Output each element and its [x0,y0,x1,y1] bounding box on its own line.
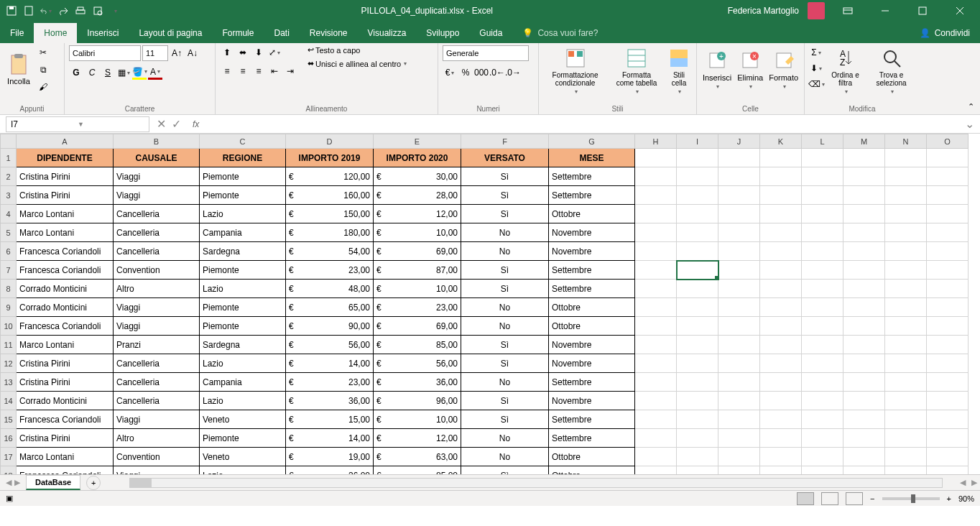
empty-cell[interactable] [885,373,927,392]
data-cell[interactable]: €160,00 [286,186,374,205]
empty-cell[interactable] [718,392,760,410]
data-cell[interactable]: €36,00 [286,466,374,475]
cut-icon[interactable]: ✂ [36,45,50,60]
data-cell[interactable]: Sì [461,205,549,223]
tab-formule[interactable]: Formule [212,23,264,43]
row-header-5[interactable]: 5 [1,223,17,242]
empty-cell[interactable] [760,336,802,354]
decrease-decimal-icon[interactable]: .0→ [506,65,520,80]
data-cell[interactable]: Lazio [200,205,286,223]
data-cell[interactable]: Corrado Monticini [17,392,114,410]
data-cell[interactable]: Piemonte [200,261,286,280]
empty-cell[interactable] [927,298,969,317]
empty-cell[interactable] [927,186,969,205]
copy-icon[interactable]: ⧉ [36,63,50,77]
col-header-D[interactable]: D [286,134,374,149]
empty-cell[interactable] [802,205,843,223]
data-cell[interactable]: Cristina Pirini [17,354,114,373]
data-cell[interactable]: Novembre [549,242,635,261]
data-cell[interactable]: Ottobre [549,298,635,317]
empty-cell[interactable] [843,149,885,167]
data-cell[interactable]: Veneto [200,448,286,466]
insert-cells-button[interactable]: + Inserisci [701,45,733,93]
data-cell[interactable]: €19,00 [286,448,374,466]
empty-cell[interactable] [802,354,843,373]
data-cell[interactable]: Novembre [549,392,635,410]
empty-cell[interactable] [677,410,718,429]
empty-cell[interactable] [802,280,843,298]
empty-cell[interactable] [718,336,760,354]
zoom-in-icon[interactable]: + [947,494,951,503]
empty-cell[interactable] [677,298,718,317]
empty-cell[interactable] [760,280,802,298]
clear-icon[interactable]: ⌫ [809,77,823,91]
data-cell[interactable]: Viaggi [114,186,200,205]
empty-cell[interactable] [635,261,677,280]
zoom-out-icon[interactable]: − [870,494,874,503]
data-cell[interactable]: Cancelleria [114,373,200,392]
currency-icon[interactable]: € [443,65,457,80]
empty-cell[interactable] [635,448,677,466]
empty-cell[interactable] [802,186,843,205]
data-cell[interactable]: Corrado Monticini [17,280,114,298]
data-cell[interactable]: Marco Lontani [17,448,114,466]
align-bottom-icon[interactable]: ⬇ [251,45,266,60]
data-cell[interactable]: Sì [461,280,549,298]
col-header-L[interactable]: L [802,134,843,149]
col-header-N[interactable]: N [885,134,927,149]
decrease-indent-icon[interactable]: ⇤ [267,64,282,78]
italic-button[interactable]: C [85,65,99,80]
empty-cell[interactable] [885,261,927,280]
empty-cell[interactable] [677,466,718,475]
empty-cell[interactable] [843,261,885,280]
format-cells-button[interactable]: Formato [767,45,800,93]
empty-cell[interactable] [718,448,760,466]
data-cell[interactable]: Cancelleria [114,354,200,373]
empty-cell[interactable] [843,167,885,186]
data-cell[interactable]: Ottobre [549,205,635,223]
empty-cell[interactable] [927,448,969,466]
empty-cell[interactable] [885,167,927,186]
table-header-cell[interactable]: DIPENDENTE [17,149,114,167]
data-cell[interactable]: €36,00 [286,392,374,410]
table-header-cell[interactable]: IMPORTO 2020 [374,149,461,167]
empty-cell[interactable] [802,149,843,167]
empty-cell[interactable] [843,298,885,317]
fx-icon[interactable]: fx [188,119,203,129]
data-cell[interactable]: Cancelleria [114,242,200,261]
tab-dati[interactable]: Dati [264,23,299,43]
save-icon[interactable] [6,5,17,17]
data-cell[interactable]: €12,00 [374,205,461,223]
row-header-1[interactable]: 1 [1,149,17,167]
align-right-icon[interactable]: ≡ [251,64,266,78]
table-header-cell[interactable]: VERSATO [461,149,549,167]
empty-cell[interactable] [802,167,843,186]
data-cell[interactable]: Lazio [200,354,286,373]
col-header-J[interactable]: J [718,134,760,149]
data-cell[interactable]: Ottobre [549,448,635,466]
add-sheet-button[interactable]: + [86,476,101,490]
empty-cell[interactable] [635,223,677,242]
cancel-formula-icon[interactable]: ✕ [157,117,166,131]
data-cell[interactable]: €10,00 [374,280,461,298]
data-cell[interactable]: Settembre [549,261,635,280]
empty-cell[interactable] [843,336,885,354]
empty-cell[interactable] [677,392,718,410]
new-icon[interactable] [23,5,34,17]
comma-icon[interactable]: 000 [474,65,489,80]
data-cell[interactable]: No [461,298,549,317]
empty-cell[interactable] [760,466,802,475]
data-cell[interactable]: Francesca Coriandoli [17,410,114,429]
increase-indent-icon[interactable]: ⇥ [283,64,297,78]
data-cell[interactable]: €96,00 [374,392,461,410]
col-header-I[interactable]: I [677,134,718,149]
empty-cell[interactable] [885,354,927,373]
font-size-select[interactable] [142,45,168,61]
sheet-area[interactable]: ABCDEFGHIJKLMNO1DIPENDENTECAUSALEREGIONE… [0,134,980,474]
col-header-H[interactable]: H [635,134,677,149]
empty-cell[interactable] [677,336,718,354]
tab-sviluppo[interactable]: Sviluppo [416,23,469,43]
row-header-7[interactable]: 7 [1,261,17,280]
user-avatar[interactable] [808,2,825,19]
number-format-select[interactable] [443,45,529,61]
